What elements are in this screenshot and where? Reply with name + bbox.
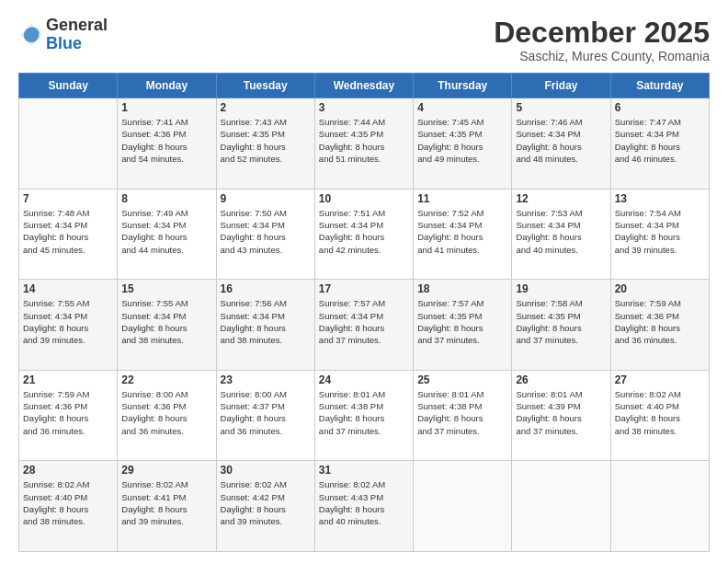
day-info: Sunrise: 8:00 AM Sunset: 4:36 PM Dayligh…	[121, 388, 211, 437]
day-number: 28	[23, 464, 113, 477]
col-friday: Friday	[512, 74, 610, 98]
table-row: 8Sunrise: 7:49 AM Sunset: 4:34 PM Daylig…	[118, 189, 216, 280]
day-info: Sunrise: 7:45 AM Sunset: 4:35 PM Dayligh…	[417, 116, 507, 165]
day-number: 18	[417, 282, 507, 295]
day-number: 23	[221, 373, 311, 386]
day-number: 3	[319, 101, 409, 114]
day-info: Sunrise: 8:02 AM Sunset: 4:43 PM Dayligh…	[319, 478, 409, 527]
day-info: Sunrise: 7:46 AM Sunset: 4:34 PM Dayligh…	[516, 116, 606, 165]
header-row: Sunday Monday Tuesday Wednesday Thursday…	[19, 74, 710, 98]
day-number: 12	[516, 192, 606, 205]
table-row: 11Sunrise: 7:52 AM Sunset: 4:34 PM Dayli…	[414, 189, 512, 280]
location: Saschiz, Mures County, Romania	[494, 49, 710, 63]
table-row: 2Sunrise: 7:43 AM Sunset: 4:35 PM Daylig…	[216, 98, 314, 190]
day-number: 4	[417, 101, 507, 114]
day-info: Sunrise: 7:57 AM Sunset: 4:35 PM Dayligh…	[417, 297, 507, 346]
logo-icon	[18, 22, 44, 48]
table-row: 27Sunrise: 8:02 AM Sunset: 4:40 PM Dayli…	[610, 370, 709, 461]
table-row: 22Sunrise: 8:00 AM Sunset: 4:36 PM Dayli…	[118, 370, 216, 461]
col-saturday: Saturday	[610, 74, 709, 98]
day-number: 25	[417, 373, 507, 386]
day-info: Sunrise: 7:57 AM Sunset: 4:34 PM Dayligh…	[319, 297, 409, 346]
table-row: 31Sunrise: 8:02 AM Sunset: 4:43 PM Dayli…	[314, 461, 413, 552]
day-number: 14	[23, 282, 113, 295]
day-info: Sunrise: 7:56 AM Sunset: 4:34 PM Dayligh…	[221, 297, 311, 346]
col-sunday: Sunday	[19, 74, 118, 98]
col-tuesday: Tuesday	[216, 74, 314, 98]
table-row: 10Sunrise: 7:51 AM Sunset: 4:34 PM Dayli…	[314, 189, 413, 280]
day-info: Sunrise: 7:55 AM Sunset: 4:34 PM Dayligh…	[121, 297, 211, 346]
day-info: Sunrise: 8:02 AM Sunset: 4:41 PM Dayligh…	[121, 478, 211, 527]
day-info: Sunrise: 8:02 AM Sunset: 4:40 PM Dayligh…	[615, 388, 705, 437]
table-row: 20Sunrise: 7:59 AM Sunset: 4:36 PM Dayli…	[610, 280, 709, 371]
table-row: 26Sunrise: 8:01 AM Sunset: 4:39 PM Dayli…	[512, 370, 610, 461]
day-number: 5	[516, 101, 606, 114]
calendar-body: 1Sunrise: 7:41 AM Sunset: 4:36 PM Daylig…	[19, 98, 710, 552]
calendar-row: 21Sunrise: 7:59 AM Sunset: 4:36 PM Dayli…	[19, 370, 710, 461]
logo-blue: Blue	[46, 34, 82, 52]
table-row: 19Sunrise: 7:58 AM Sunset: 4:35 PM Dayli…	[512, 280, 610, 371]
day-info: Sunrise: 7:59 AM Sunset: 4:36 PM Dayligh…	[23, 388, 113, 437]
day-number: 1	[121, 101, 211, 114]
day-info: Sunrise: 7:55 AM Sunset: 4:34 PM Dayligh…	[23, 297, 113, 346]
logo-general: General	[46, 16, 108, 34]
day-number: 31	[319, 464, 409, 477]
day-info: Sunrise: 7:52 AM Sunset: 4:34 PM Dayligh…	[417, 207, 507, 256]
day-info: Sunrise: 7:44 AM Sunset: 4:35 PM Dayligh…	[319, 116, 409, 165]
calendar-row: 14Sunrise: 7:55 AM Sunset: 4:34 PM Dayli…	[19, 280, 710, 371]
table-row: 7Sunrise: 7:48 AM Sunset: 4:34 PM Daylig…	[19, 189, 118, 280]
logo-text: General Blue	[46, 17, 108, 53]
table-row: 29Sunrise: 8:02 AM Sunset: 4:41 PM Dayli…	[118, 461, 216, 552]
day-info: Sunrise: 8:02 AM Sunset: 4:42 PM Dayligh…	[221, 478, 311, 527]
day-info: Sunrise: 7:59 AM Sunset: 4:36 PM Dayligh…	[615, 297, 705, 346]
day-number: 26	[516, 373, 606, 386]
day-info: Sunrise: 7:53 AM Sunset: 4:34 PM Dayligh…	[516, 207, 606, 256]
page: General Blue December 2025 Saschiz, Mure…	[0, 0, 728, 563]
day-number: 6	[615, 101, 705, 114]
day-info: Sunrise: 7:49 AM Sunset: 4:34 PM Dayligh…	[121, 207, 211, 256]
calendar: Sunday Monday Tuesday Wednesday Thursday…	[18, 73, 710, 552]
day-number: 17	[319, 282, 409, 295]
table-row: 15Sunrise: 7:55 AM Sunset: 4:34 PM Dayli…	[118, 280, 216, 371]
table-row	[414, 461, 512, 552]
table-row: 25Sunrise: 8:01 AM Sunset: 4:38 PM Dayli…	[414, 370, 512, 461]
table-row: 12Sunrise: 7:53 AM Sunset: 4:34 PM Dayli…	[512, 189, 610, 280]
table-row: 9Sunrise: 7:50 AM Sunset: 4:34 PM Daylig…	[216, 189, 314, 280]
day-info: Sunrise: 8:02 AM Sunset: 4:40 PM Dayligh…	[23, 478, 113, 527]
day-info: Sunrise: 7:51 AM Sunset: 4:34 PM Dayligh…	[319, 207, 409, 256]
table-row: 16Sunrise: 7:56 AM Sunset: 4:34 PM Dayli…	[216, 280, 314, 371]
day-info: Sunrise: 7:58 AM Sunset: 4:35 PM Dayligh…	[516, 297, 606, 346]
day-number: 10	[319, 192, 409, 205]
day-number: 22	[121, 373, 211, 386]
day-number: 13	[615, 192, 705, 205]
table-row: 28Sunrise: 8:02 AM Sunset: 4:40 PM Dayli…	[19, 461, 118, 552]
day-number: 20	[615, 282, 705, 295]
table-row: 24Sunrise: 8:01 AM Sunset: 4:38 PM Dayli…	[314, 370, 413, 461]
table-row: 5Sunrise: 7:46 AM Sunset: 4:34 PM Daylig…	[512, 98, 610, 190]
calendar-row: 1Sunrise: 7:41 AM Sunset: 4:36 PM Daylig…	[19, 98, 710, 190]
day-number: 8	[121, 192, 211, 205]
col-thursday: Thursday	[414, 74, 512, 98]
table-row	[19, 98, 118, 190]
day-number: 29	[121, 464, 211, 477]
table-row: 18Sunrise: 7:57 AM Sunset: 4:35 PM Dayli…	[414, 280, 512, 371]
day-number: 7	[23, 192, 113, 205]
day-number: 27	[615, 373, 705, 386]
day-info: Sunrise: 7:54 AM Sunset: 4:34 PM Dayligh…	[615, 207, 705, 256]
col-monday: Monday	[118, 74, 216, 98]
day-number: 2	[221, 101, 311, 114]
table-row: 23Sunrise: 8:00 AM Sunset: 4:37 PM Dayli…	[216, 370, 314, 461]
day-info: Sunrise: 7:43 AM Sunset: 4:35 PM Dayligh…	[221, 116, 311, 165]
month-title: December 2025	[494, 17, 710, 49]
calendar-header: Sunday Monday Tuesday Wednesday Thursday…	[19, 74, 710, 98]
table-row: 1Sunrise: 7:41 AM Sunset: 4:36 PM Daylig…	[118, 98, 216, 190]
title-block: December 2025 Saschiz, Mures County, Rom…	[494, 17, 710, 63]
day-number: 16	[221, 282, 311, 295]
col-wednesday: Wednesday	[314, 74, 413, 98]
calendar-row: 28Sunrise: 8:02 AM Sunset: 4:40 PM Dayli…	[19, 461, 710, 552]
logo: General Blue	[18, 17, 108, 53]
day-info: Sunrise: 8:01 AM Sunset: 4:38 PM Dayligh…	[417, 388, 507, 437]
calendar-row: 7Sunrise: 7:48 AM Sunset: 4:34 PM Daylig…	[19, 189, 710, 280]
table-row: 3Sunrise: 7:44 AM Sunset: 4:35 PM Daylig…	[314, 98, 413, 190]
day-number: 9	[221, 192, 311, 205]
